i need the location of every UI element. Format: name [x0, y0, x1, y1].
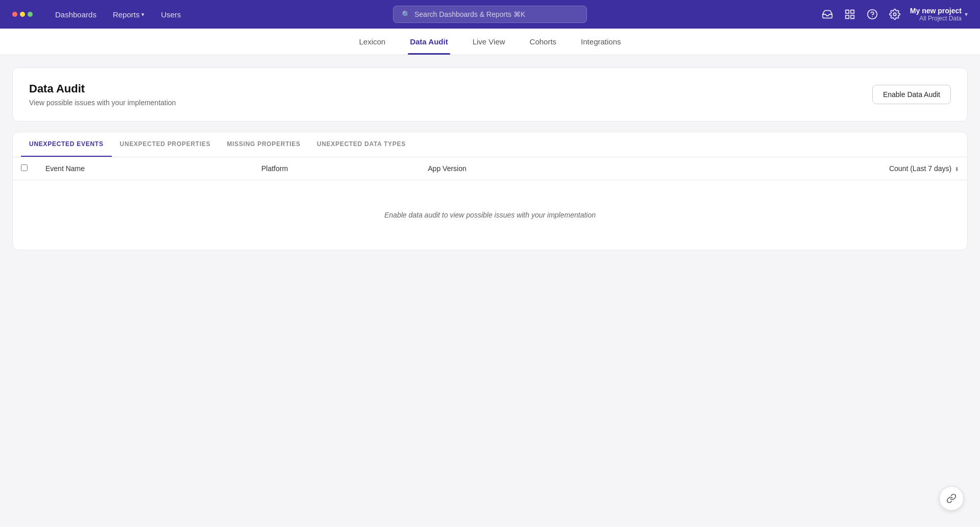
sub-nav-data-audit[interactable]: Data Audit [408, 29, 450, 54]
sub-nav: Lexicon Data Audit Live View Cohorts Int… [0, 29, 980, 55]
data-audit-subtitle: View possible issues with your implement… [29, 99, 176, 107]
svg-rect-3 [851, 15, 854, 18]
nav-right: My new project All Project Data ▾ [820, 7, 968, 22]
data-audit-title: Data Audit [29, 82, 176, 95]
search-icon: 🔍 [402, 10, 410, 18]
tab-missing-properties[interactable]: Missing Properties [218, 132, 308, 157]
nav-logo [12, 12, 33, 17]
column-checkbox [13, 157, 37, 180]
data-audit-card: Data Audit View possible issues with you… [12, 67, 968, 122]
nav-dot-red [12, 12, 17, 17]
project-info: My new project All Project Data [910, 7, 962, 22]
table-section: Unexpected Events Unexpected Properties … [12, 132, 968, 250]
column-event-name: Event Name [37, 157, 253, 180]
search-placeholder-text: Search Dashboards & Reports ⌘K [414, 10, 525, 18]
count-label: Count (Last 7 days) [889, 164, 951, 173]
enable-data-audit-button[interactable]: Enable Data Audit [872, 85, 951, 104]
svg-rect-1 [851, 10, 854, 13]
sub-nav-integrations[interactable]: Integrations [579, 29, 623, 54]
tab-unexpected-data-types[interactable]: Unexpected Data Types [309, 132, 414, 157]
top-nav: Dashboards Reports ▾ Users 🔍 Search Dash… [0, 0, 980, 29]
inbox-icon[interactable] [820, 7, 835, 21]
sub-nav-cohorts[interactable]: Cohorts [528, 29, 559, 54]
nav-dots [12, 12, 33, 17]
reports-label: Reports [113, 10, 140, 19]
data-table: Event Name Platform App Version Count (L… [13, 157, 967, 250]
nav-dot-yellow [20, 12, 25, 17]
nav-dot-green [28, 12, 33, 17]
svg-rect-2 [846, 15, 849, 18]
svg-point-6 [893, 13, 896, 16]
chevron-down-icon: ▾ [141, 11, 144, 18]
sub-nav-lexicon[interactable]: Lexicon [357, 29, 387, 54]
empty-message: Enable data audit to view possible issue… [13, 180, 967, 250]
sort-icon: ⬍ [954, 166, 959, 172]
project-sub: All Project Data [919, 15, 962, 22]
table-tabs: Unexpected Events Unexpected Properties … [13, 132, 967, 157]
svg-rect-0 [846, 10, 849, 13]
main-content: Data Audit View possible issues with you… [0, 55, 980, 262]
column-platform: Platform [253, 157, 420, 180]
select-all-checkbox[interactable] [21, 164, 28, 171]
search-bar[interactable]: 🔍 Search Dashboards & Reports ⌘K [393, 6, 587, 23]
data-audit-info: Data Audit View possible issues with you… [29, 82, 176, 107]
column-count[interactable]: Count (Last 7 days) ⬍ [632, 157, 967, 180]
column-app-version: App Version [420, 157, 632, 180]
nav-link-users[interactable]: Users [155, 6, 187, 23]
nav-link-reports[interactable]: Reports ▾ [107, 6, 151, 23]
sub-nav-live-view[interactable]: Live View [471, 29, 507, 54]
project-name: My new project [910, 7, 962, 15]
help-icon[interactable] [865, 7, 879, 21]
settings-icon[interactable] [888, 7, 902, 21]
nav-link-dashboards[interactable]: Dashboards [49, 6, 103, 23]
project-chevron-icon: ▾ [965, 11, 968, 18]
apps-icon[interactable] [843, 7, 857, 21]
project-switcher[interactable]: My new project All Project Data ▾ [910, 7, 968, 22]
tab-unexpected-properties[interactable]: Unexpected Properties [112, 132, 219, 157]
tab-unexpected-events[interactable]: Unexpected Events [21, 132, 112, 157]
float-link-button[interactable] [939, 486, 964, 511]
